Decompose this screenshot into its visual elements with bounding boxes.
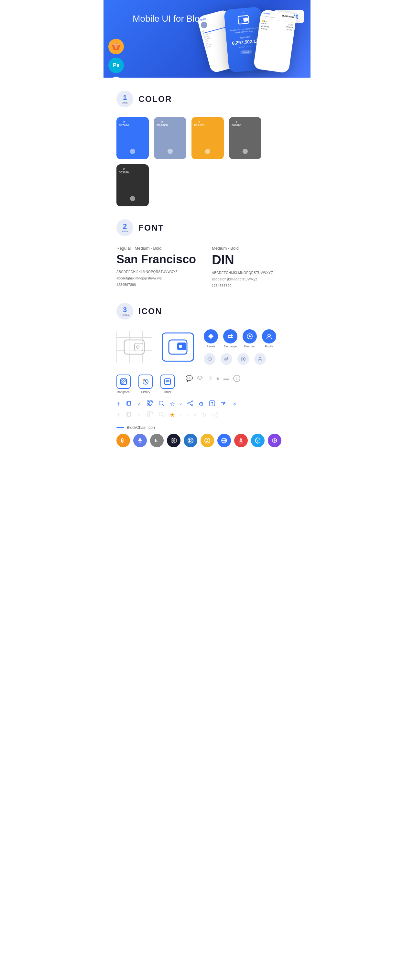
blockchain-label: BlockChain Icon: [116, 425, 298, 430]
svg-rect-53: [147, 412, 150, 414]
back-icon: ‹: [180, 401, 182, 407]
svg-rect-23: [122, 380, 123, 381]
svg-text:₿: ₿: [121, 438, 124, 443]
matic-icon: [268, 434, 282, 447]
font-title: FONT: [139, 223, 164, 233]
history-icon-item: History: [139, 374, 153, 394]
info-icon-dim: i: [212, 412, 218, 418]
svg-rect-32: [127, 402, 131, 405]
grid-icon: [217, 434, 231, 447]
swatch-dot: [130, 196, 135, 201]
swatch-blue: #3574FA: [116, 117, 149, 159]
search-icon-dim: [158, 411, 165, 419]
svg-marker-2: [112, 45, 114, 50]
svg-line-57: [162, 415, 164, 417]
font-grid: Regular · Medium · Bold San Francisco AB…: [116, 246, 298, 290]
svg-line-47: [189, 402, 191, 403]
svg-point-17: [268, 334, 271, 337]
svg-rect-40: [151, 404, 152, 405]
order-icon: [161, 374, 175, 389]
svg-rect-24: [124, 380, 126, 381]
section-number-1: 1 ONE: [116, 91, 133, 107]
avax-icon: [234, 434, 248, 447]
profile-icon-ghost: [254, 353, 266, 365]
color-title: COLOR: [139, 94, 172, 104]
redo-icon-dim: ↻: [202, 412, 206, 418]
nav-icon-exchange: Exchange: [223, 329, 237, 348]
svg-line-48: [189, 404, 191, 405]
main-content: 1 ONE COLOR #3574FA #8DA0C8 #F5A623 #666…: [104, 91, 310, 447]
cross-icon-dim: ×: [194, 412, 197, 418]
upload-icon: [209, 400, 215, 408]
swatch-grey-blue: #8DA0C8: [154, 117, 186, 159]
svg-text:Z: Z: [206, 438, 208, 443]
swap-icon: [221, 400, 228, 408]
small-icons-row: + ✓: [116, 400, 298, 408]
svg-rect-54: [150, 412, 152, 414]
management-icon: [116, 374, 131, 389]
circle-icon: ●: [216, 375, 220, 382]
exchange-icon: [223, 329, 237, 344]
svg-rect-7: [243, 18, 248, 22]
color-section-header: 1 ONE COLOR: [116, 91, 298, 107]
screens-badge: 60+ Screens: [108, 76, 124, 78]
svg-marker-14: [208, 334, 213, 339]
swatch-orange: #F5A623: [191, 117, 224, 159]
moon-icon: ☽: [207, 375, 212, 382]
profile-icon: [262, 329, 276, 344]
back-icon-dim: ‹: [180, 412, 182, 418]
font-san-francisco: Regular · Medium · Bold San Francisco AB…: [116, 246, 202, 290]
icon-large-row: Assets Exchange: [116, 329, 298, 365]
svg-marker-63: [172, 439, 175, 442]
svg-point-46: [191, 405, 193, 406]
plus-icon-dim: +: [116, 411, 120, 419]
svg-point-21: [259, 357, 261, 359]
discover-icon: [243, 329, 257, 344]
svg-rect-25: [122, 382, 123, 383]
svg-marker-18: [208, 357, 212, 361]
sketch-badge: [108, 39, 124, 54]
svg-rect-52: [127, 413, 131, 416]
history-icon: [139, 374, 153, 389]
dimmed-icons-row: + ✓ ★ ‹ › × ↻ i: [116, 411, 298, 419]
nav-icon-assets: Assets: [204, 329, 218, 348]
svg-rect-39: [150, 404, 151, 404]
exchange-icon-ghost: [221, 353, 232, 365]
qr-icon-dim: [146, 411, 153, 419]
icon-title: ICON: [139, 306, 162, 316]
nav-icon-profile: Profile: [262, 329, 276, 348]
swatch-dot: [167, 149, 173, 154]
wallet-wireframe: [116, 331, 152, 363]
nav-icons-group: Assets Exchange: [204, 329, 276, 365]
bitcoin-icon: ₿: [116, 434, 130, 447]
zcash-icon: Z: [201, 434, 214, 447]
svg-rect-36: [151, 401, 152, 402]
svg-rect-34: [148, 401, 149, 402]
svg-line-43: [162, 405, 164, 406]
crystal-icon: [251, 434, 264, 447]
swatch-dot: [205, 149, 210, 154]
hero-badges: Ps 60+ Screens: [108, 39, 124, 78]
neo-icon: [167, 434, 180, 447]
font-section-header: 2 TWO FONT: [116, 219, 298, 236]
close-icon: ×: [233, 401, 236, 407]
svg-rect-38: [148, 404, 149, 405]
star-icon-active: ★: [170, 411, 175, 418]
ps-badge: Ps: [108, 57, 124, 73]
discover-icon-ghost: [237, 353, 249, 365]
svg-point-44: [191, 401, 193, 402]
svg-point-16: [249, 336, 251, 337]
chat2-icon: ▬: [223, 375, 229, 382]
crypto-icons-row: ₿ Ł D: [116, 434, 298, 447]
swatch-dot: [243, 149, 248, 154]
svg-text:D: D: [189, 438, 192, 443]
forward-icon-dim: ›: [187, 412, 189, 418]
assets-icon: [204, 329, 218, 344]
icon-section-header: 3 THREE ICON: [116, 303, 298, 320]
dash-icon: D: [184, 434, 197, 447]
management-icon-item: Mangment: [116, 374, 131, 394]
info-icon: i: [233, 375, 240, 382]
svg-text:Ł: Ł: [155, 438, 158, 443]
svg-point-20: [243, 358, 244, 360]
plus-icon: +: [116, 401, 120, 408]
